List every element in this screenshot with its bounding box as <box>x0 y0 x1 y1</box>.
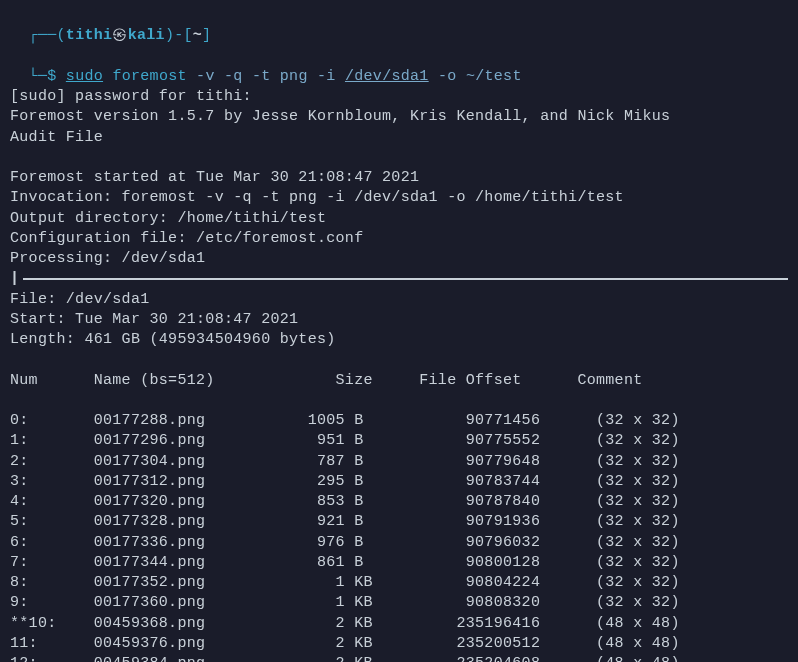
output-line: [sudo] password for tithi: <box>10 87 788 107</box>
output-line: Foremost version 1.5.7 by Jesse Kornblou… <box>10 107 788 127</box>
output-block: [sudo] password for tithi:Foremost versi… <box>10 87 788 269</box>
table-body: 0: 00177288.png 1005 B 90771456 (32 x 32… <box>10 411 788 662</box>
output-line <box>10 148 788 168</box>
divider-line: | <box>10 269 788 289</box>
output-line: File: /dev/sda1 <box>10 290 788 310</box>
prompt-decor: )-[ <box>165 27 193 44</box>
cmd-sudo: sudo <box>66 68 103 85</box>
table-header: Num Name (bs=512) Size File Offset Comme… <box>10 371 788 391</box>
output-line: Configuration file: /etc/foremost.conf <box>10 229 788 249</box>
prompt-path: ~ <box>193 27 202 44</box>
blank-line <box>10 391 788 411</box>
output-block-2: File: /dev/sda1Start: Tue Mar 30 21:08:4… <box>10 290 788 371</box>
table-row: 2: 00177304.png 787 B 90779648 (32 x 32) <box>10 452 788 472</box>
table-row: 5: 00177328.png 921 B 90791936 (32 x 32) <box>10 512 788 532</box>
output-line <box>10 350 788 370</box>
skull-icon: ㉿ <box>112 27 127 44</box>
cmd-dev: /dev/sda1 <box>345 68 429 85</box>
table-row: 9: 00177360.png 1 KB 90808320 (32 x 32) <box>10 593 788 613</box>
table-row: 7: 00177344.png 861 B 90800128 (32 x 32) <box>10 553 788 573</box>
cmd-flags2: -o ~/test <box>438 68 522 85</box>
prompt-line-2[interactable]: └─$ sudo foremost -v -q -t png -i /dev/s… <box>10 47 788 88</box>
cmd-flags: -v -q -t png -i <box>196 68 336 85</box>
output-line: Output directory: /home/tithi/test <box>10 209 788 229</box>
table-row: 4: 00177320.png 853 B 90787840 (32 x 32) <box>10 492 788 512</box>
prompt-user: tithi <box>66 27 113 44</box>
cmd-name: foremost <box>112 68 186 85</box>
prompt-line-1: ┌──(tithi㉿kali)-[~] <box>10 6 788 47</box>
output-line: Length: 461 GB (495934504960 bytes) <box>10 330 788 350</box>
output-line: Start: Tue Mar 30 21:08:47 2021 <box>10 310 788 330</box>
table-row: 8: 00177352.png 1 KB 90804224 (32 x 32) <box>10 573 788 593</box>
prompt-decor: └─ <box>29 68 48 85</box>
prompt-host: kali <box>128 27 165 44</box>
output-line: Invocation: foremost -v -q -t png -i /de… <box>10 188 788 208</box>
table-row: 0: 00177288.png 1005 B 90771456 (32 x 32… <box>10 411 788 431</box>
output-line: Processing: /dev/sda1 <box>10 249 788 269</box>
prompt-decor: ┌──( <box>29 27 66 44</box>
table-row: 12: 00459384.png 2 KB 235204608 (48 x 48… <box>10 654 788 662</box>
table-row: 1: 00177296.png 951 B 90775552 (32 x 32) <box>10 431 788 451</box>
table-row: 3: 00177312.png 295 B 90783744 (32 x 32) <box>10 472 788 492</box>
table-row: 11: 00459376.png 2 KB 235200512 (48 x 48… <box>10 634 788 654</box>
table-row: 6: 00177336.png 976 B 90796032 (32 x 32) <box>10 533 788 553</box>
table-row: **10: 00459368.png 2 KB 235196416 (48 x … <box>10 614 788 634</box>
output-line: Audit File <box>10 128 788 148</box>
output-line: Foremost started at Tue Mar 30 21:08:47 … <box>10 168 788 188</box>
prompt-decor: ] <box>202 27 211 44</box>
prompt-dollar: $ <box>47 68 56 85</box>
